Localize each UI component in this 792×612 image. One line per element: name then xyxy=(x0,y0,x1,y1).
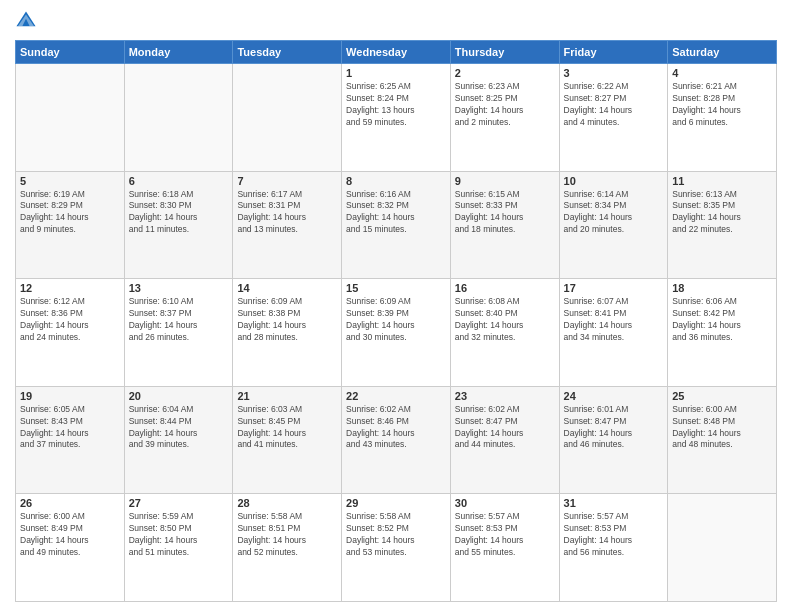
day-info: Sunrise: 6:08 AM Sunset: 8:40 PM Dayligh… xyxy=(455,296,555,344)
day-info: Sunrise: 6:03 AM Sunset: 8:45 PM Dayligh… xyxy=(237,404,337,452)
day-number: 30 xyxy=(455,497,555,509)
day-info: Sunrise: 6:07 AM Sunset: 8:41 PM Dayligh… xyxy=(564,296,664,344)
day-number: 29 xyxy=(346,497,446,509)
table-row: 7Sunrise: 6:17 AM Sunset: 8:31 PM Daylig… xyxy=(233,171,342,279)
day-number: 31 xyxy=(564,497,664,509)
day-number: 1 xyxy=(346,67,446,79)
day-info: Sunrise: 6:15 AM Sunset: 8:33 PM Dayligh… xyxy=(455,189,555,237)
table-row: 15Sunrise: 6:09 AM Sunset: 8:39 PM Dayli… xyxy=(342,279,451,387)
day-number: 19 xyxy=(20,390,120,402)
table-row: 17Sunrise: 6:07 AM Sunset: 8:41 PM Dayli… xyxy=(559,279,668,387)
col-monday: Monday xyxy=(124,41,233,64)
table-row: 26Sunrise: 6:00 AM Sunset: 8:49 PM Dayli… xyxy=(16,494,125,602)
day-number: 16 xyxy=(455,282,555,294)
table-row: 2Sunrise: 6:23 AM Sunset: 8:25 PM Daylig… xyxy=(450,64,559,172)
day-info: Sunrise: 6:00 AM Sunset: 8:49 PM Dayligh… xyxy=(20,511,120,559)
table-row: 31Sunrise: 5:57 AM Sunset: 8:53 PM Dayli… xyxy=(559,494,668,602)
day-info: Sunrise: 6:02 AM Sunset: 8:47 PM Dayligh… xyxy=(455,404,555,452)
table-row: 18Sunrise: 6:06 AM Sunset: 8:42 PM Dayli… xyxy=(668,279,777,387)
table-row: 13Sunrise: 6:10 AM Sunset: 8:37 PM Dayli… xyxy=(124,279,233,387)
day-info: Sunrise: 6:22 AM Sunset: 8:27 PM Dayligh… xyxy=(564,81,664,129)
day-number: 9 xyxy=(455,175,555,187)
calendar-table: Sunday Monday Tuesday Wednesday Thursday… xyxy=(15,40,777,602)
day-info: Sunrise: 6:09 AM Sunset: 8:39 PM Dayligh… xyxy=(346,296,446,344)
calendar-week-row: 1Sunrise: 6:25 AM Sunset: 8:24 PM Daylig… xyxy=(16,64,777,172)
table-row: 5Sunrise: 6:19 AM Sunset: 8:29 PM Daylig… xyxy=(16,171,125,279)
table-row: 21Sunrise: 6:03 AM Sunset: 8:45 PM Dayli… xyxy=(233,386,342,494)
day-info: Sunrise: 5:59 AM Sunset: 8:50 PM Dayligh… xyxy=(129,511,229,559)
col-tuesday: Tuesday xyxy=(233,41,342,64)
table-row: 19Sunrise: 6:05 AM Sunset: 8:43 PM Dayli… xyxy=(16,386,125,494)
logo-icon xyxy=(15,10,37,32)
day-info: Sunrise: 6:01 AM Sunset: 8:47 PM Dayligh… xyxy=(564,404,664,452)
col-thursday: Thursday xyxy=(450,41,559,64)
table-row: 16Sunrise: 6:08 AM Sunset: 8:40 PM Dayli… xyxy=(450,279,559,387)
table-row: 25Sunrise: 6:00 AM Sunset: 8:48 PM Dayli… xyxy=(668,386,777,494)
calendar-week-row: 26Sunrise: 6:00 AM Sunset: 8:49 PM Dayli… xyxy=(16,494,777,602)
table-row: 27Sunrise: 5:59 AM Sunset: 8:50 PM Dayli… xyxy=(124,494,233,602)
table-row: 1Sunrise: 6:25 AM Sunset: 8:24 PM Daylig… xyxy=(342,64,451,172)
table-row: 28Sunrise: 5:58 AM Sunset: 8:51 PM Dayli… xyxy=(233,494,342,602)
day-info: Sunrise: 6:02 AM Sunset: 8:46 PM Dayligh… xyxy=(346,404,446,452)
day-number: 27 xyxy=(129,497,229,509)
table-row: 9Sunrise: 6:15 AM Sunset: 8:33 PM Daylig… xyxy=(450,171,559,279)
day-info: Sunrise: 6:05 AM Sunset: 8:43 PM Dayligh… xyxy=(20,404,120,452)
table-row: 6Sunrise: 6:18 AM Sunset: 8:30 PM Daylig… xyxy=(124,171,233,279)
day-number: 28 xyxy=(237,497,337,509)
table-row xyxy=(233,64,342,172)
calendar-week-row: 19Sunrise: 6:05 AM Sunset: 8:43 PM Dayli… xyxy=(16,386,777,494)
day-info: Sunrise: 6:16 AM Sunset: 8:32 PM Dayligh… xyxy=(346,189,446,237)
table-row: 30Sunrise: 5:57 AM Sunset: 8:53 PM Dayli… xyxy=(450,494,559,602)
day-number: 21 xyxy=(237,390,337,402)
day-number: 25 xyxy=(672,390,772,402)
day-info: Sunrise: 6:19 AM Sunset: 8:29 PM Dayligh… xyxy=(20,189,120,237)
day-number: 13 xyxy=(129,282,229,294)
day-number: 12 xyxy=(20,282,120,294)
day-number: 20 xyxy=(129,390,229,402)
table-row: 3Sunrise: 6:22 AM Sunset: 8:27 PM Daylig… xyxy=(559,64,668,172)
day-number: 24 xyxy=(564,390,664,402)
day-info: Sunrise: 5:57 AM Sunset: 8:53 PM Dayligh… xyxy=(455,511,555,559)
day-info: Sunrise: 6:12 AM Sunset: 8:36 PM Dayligh… xyxy=(20,296,120,344)
col-friday: Friday xyxy=(559,41,668,64)
day-info: Sunrise: 5:58 AM Sunset: 8:52 PM Dayligh… xyxy=(346,511,446,559)
table-row xyxy=(124,64,233,172)
day-info: Sunrise: 6:06 AM Sunset: 8:42 PM Dayligh… xyxy=(672,296,772,344)
day-info: Sunrise: 6:18 AM Sunset: 8:30 PM Dayligh… xyxy=(129,189,229,237)
day-info: Sunrise: 6:17 AM Sunset: 8:31 PM Dayligh… xyxy=(237,189,337,237)
day-number: 18 xyxy=(672,282,772,294)
day-info: Sunrise: 6:23 AM Sunset: 8:25 PM Dayligh… xyxy=(455,81,555,129)
table-row: 10Sunrise: 6:14 AM Sunset: 8:34 PM Dayli… xyxy=(559,171,668,279)
table-row: 12Sunrise: 6:12 AM Sunset: 8:36 PM Dayli… xyxy=(16,279,125,387)
day-info: Sunrise: 6:13 AM Sunset: 8:35 PM Dayligh… xyxy=(672,189,772,237)
calendar-week-row: 12Sunrise: 6:12 AM Sunset: 8:36 PM Dayli… xyxy=(16,279,777,387)
day-info: Sunrise: 5:58 AM Sunset: 8:51 PM Dayligh… xyxy=(237,511,337,559)
col-sunday: Sunday xyxy=(16,41,125,64)
day-info: Sunrise: 6:04 AM Sunset: 8:44 PM Dayligh… xyxy=(129,404,229,452)
day-number: 26 xyxy=(20,497,120,509)
header xyxy=(15,10,777,32)
table-row: 11Sunrise: 6:13 AM Sunset: 8:35 PM Dayli… xyxy=(668,171,777,279)
day-number: 3 xyxy=(564,67,664,79)
table-row: 4Sunrise: 6:21 AM Sunset: 8:28 PM Daylig… xyxy=(668,64,777,172)
table-row: 29Sunrise: 5:58 AM Sunset: 8:52 PM Dayli… xyxy=(342,494,451,602)
day-number: 14 xyxy=(237,282,337,294)
day-info: Sunrise: 6:25 AM Sunset: 8:24 PM Dayligh… xyxy=(346,81,446,129)
day-info: Sunrise: 6:21 AM Sunset: 8:28 PM Dayligh… xyxy=(672,81,772,129)
day-number: 11 xyxy=(672,175,772,187)
day-number: 10 xyxy=(564,175,664,187)
table-row xyxy=(668,494,777,602)
table-row: 8Sunrise: 6:16 AM Sunset: 8:32 PM Daylig… xyxy=(342,171,451,279)
table-row: 20Sunrise: 6:04 AM Sunset: 8:44 PM Dayli… xyxy=(124,386,233,494)
table-row: 23Sunrise: 6:02 AM Sunset: 8:47 PM Dayli… xyxy=(450,386,559,494)
table-row: 24Sunrise: 6:01 AM Sunset: 8:47 PM Dayli… xyxy=(559,386,668,494)
day-info: Sunrise: 6:00 AM Sunset: 8:48 PM Dayligh… xyxy=(672,404,772,452)
logo xyxy=(15,10,39,32)
day-info: Sunrise: 6:09 AM Sunset: 8:38 PM Dayligh… xyxy=(237,296,337,344)
day-number: 5 xyxy=(20,175,120,187)
day-number: 4 xyxy=(672,67,772,79)
table-row: 22Sunrise: 6:02 AM Sunset: 8:46 PM Dayli… xyxy=(342,386,451,494)
day-info: Sunrise: 6:10 AM Sunset: 8:37 PM Dayligh… xyxy=(129,296,229,344)
col-saturday: Saturday xyxy=(668,41,777,64)
day-number: 23 xyxy=(455,390,555,402)
